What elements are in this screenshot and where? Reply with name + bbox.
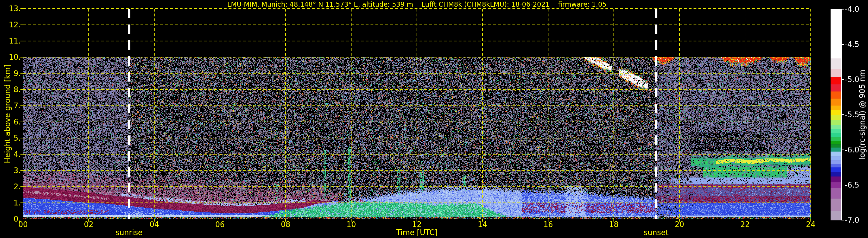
x-tick-label: 08 <box>281 221 290 228</box>
x-tick-label: 06 <box>215 221 224 228</box>
colorbar-tick-label: -5.5 <box>845 111 859 118</box>
x-tick-label: 04 <box>149 221 159 228</box>
figure-title: LMU-MIM, Munich; 48.148° N 11.573° E, al… <box>23 1 811 8</box>
colorbar-tick-label: -6.5 <box>845 181 859 189</box>
colorbar-tick-label: -7.0 <box>845 216 859 224</box>
ceilometer-quicklook-figure: LMU-MIM, Munich; 48.148° N 11.573° E, al… <box>0 0 868 238</box>
x-tick-label: 22 <box>740 221 750 228</box>
colorbar-tick-label: -4.5 <box>845 41 859 48</box>
x-tick-label: 02 <box>84 221 93 228</box>
y-tick-label: 9. <box>0 70 21 77</box>
y-tick-label: 1. <box>0 199 21 207</box>
x-tick-label: 24 <box>806 221 815 228</box>
backscatter-heatmap-canvas <box>0 0 868 238</box>
sunset-label: sunset <box>644 228 669 237</box>
sunrise-label: sunrise <box>116 228 143 237</box>
y-tick-label: 13. <box>0 5 21 12</box>
x-tick-label: 18 <box>609 221 618 228</box>
x-tick-label: 16 <box>543 221 553 228</box>
colorbar-tick-label: -5.0 <box>845 76 859 83</box>
x-tick-label: 14 <box>477 221 487 228</box>
y-tick-label: 7. <box>0 102 21 110</box>
y-tick-label: 11. <box>0 37 21 44</box>
x-axis-label: Time [UTC] <box>396 228 438 237</box>
x-tick-label: 00 <box>18 221 28 228</box>
y-axis-label: Height above ground [km] <box>3 64 12 163</box>
y-tick-label: 5. <box>0 134 21 142</box>
y-tick-label: 10. <box>0 53 21 61</box>
y-tick-label: 2. <box>0 183 21 190</box>
y-tick-label: 0. <box>0 215 21 223</box>
x-tick-label: 12 <box>412 221 422 228</box>
x-tick-label: 10 <box>346 221 356 228</box>
x-tick-label: 20 <box>675 221 684 228</box>
y-tick-label: 6. <box>0 118 21 126</box>
y-tick-label: 8. <box>0 86 21 93</box>
y-tick-label: 4. <box>0 150 21 158</box>
y-tick-label: 3. <box>0 167 21 174</box>
colorbar-tick-label: -4.0 <box>845 5 859 13</box>
colorbar-tick-label: -6.0 <box>845 146 859 154</box>
y-tick-label: 12. <box>0 21 21 29</box>
